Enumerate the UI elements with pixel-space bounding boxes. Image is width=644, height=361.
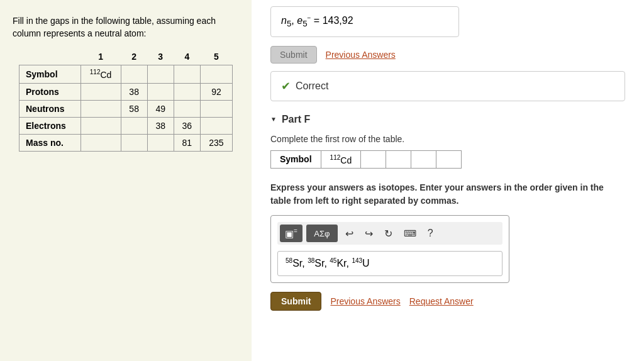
matrix-button[interactable]: ▣= <box>280 225 303 242</box>
symbol-table-container: Symbol 112Cd <box>270 150 625 169</box>
sigma-button[interactable]: ΑΣφ <box>306 225 338 242</box>
symbol-empty-3 <box>411 150 436 169</box>
part-f-title: Part F <box>282 114 310 125</box>
row-label-protons: Protons <box>19 83 81 100</box>
answer-input-display[interactable]: 58Sr, 38Sr, 45Kr, 143U <box>277 251 502 276</box>
answer-area: ▣= ΑΣφ ↩ ↪ ↻ ⌨ ? 58Sr, 38Sr, 45Kr, 143U <box>270 215 509 283</box>
correct-label: Correct <box>296 81 328 92</box>
cell-mass-2 <box>121 134 147 151</box>
part-f-section: ▼ Part F Complete the first row of the t… <box>270 114 625 311</box>
cell-neutrons-5 <box>200 100 232 117</box>
col-header-4: 4 <box>174 48 200 65</box>
cell-mass-5: 235 <box>200 134 232 151</box>
table-row: Protons 38 92 <box>19 83 233 100</box>
cell-symbol-5 <box>200 65 232 84</box>
answer-text: 58Sr, 38Sr, 45Kr, 143U <box>286 258 370 269</box>
help-button[interactable]: ? <box>424 226 437 241</box>
col-header-5: 5 <box>200 48 232 65</box>
cell-protons-3 <box>147 83 174 100</box>
table-row: Electrons 38 36 <box>19 117 233 134</box>
row-label-symbol: Symbol <box>19 65 81 84</box>
refresh-button[interactable]: ↻ <box>380 226 396 242</box>
row-label-electrons: Electrons <box>19 117 81 134</box>
row-label-mass: Mass no. <box>19 134 81 151</box>
table-row: Symbol 112Cd <box>19 65 233 84</box>
cell-electrons-3: 38 <box>147 117 174 134</box>
symbol-row: Symbol 112Cd <box>271 150 462 169</box>
symbol-header: Symbol <box>271 150 321 169</box>
cell-electrons-2 <box>121 117 147 134</box>
left-instruction: Fill in the gaps in the following table,… <box>13 15 239 40</box>
cell-protons-4 <box>174 83 200 100</box>
cell-symbol-2 <box>121 65 147 84</box>
equation-box: n5, e5− = 143,92 <box>270 6 459 37</box>
right-panel: n5, e5− = 143,92 Submit Previous Answers… <box>252 0 644 361</box>
atom-table: 1 2 3 4 5 Symbol 112Cd Protons 38 <box>19 48 233 152</box>
previous-answers-link-top[interactable]: Previous Answers <box>326 50 396 60</box>
left-panel: Fill in the gaps in the following table,… <box>0 0 252 361</box>
table-row: Mass no. 81 235 <box>19 134 233 151</box>
col-header-3: 3 <box>147 48 174 65</box>
symbol-empty-1 <box>361 150 386 169</box>
col-header-blank <box>19 48 81 65</box>
symbol-empty-2 <box>386 150 411 169</box>
symbol-display-table: Symbol 112Cd <box>270 150 462 169</box>
symbol-empty-4 <box>436 150 462 169</box>
cell-neutrons-2: 58 <box>121 100 147 117</box>
redo-button[interactable]: ↪ <box>361 226 377 242</box>
express-line2: table from left to right separated by co… <box>270 196 459 206</box>
submit-button-active[interactable]: Submit <box>270 292 321 311</box>
express-instruction: Express your answers as isotopes. Enter … <box>270 181 625 208</box>
table-row: Neutrons 58 49 <box>19 100 233 117</box>
cell-protons-2: 38 <box>121 83 147 100</box>
cell-electrons-1 <box>80 117 121 134</box>
submit-row-bottom: Submit Previous Answers Request Answer <box>270 292 625 311</box>
cell-electrons-4: 36 <box>174 117 200 134</box>
cell-symbol-3 <box>147 65 174 84</box>
submit-row-top: Submit Previous Answers <box>270 46 625 64</box>
cell-electrons-5 <box>200 117 232 134</box>
submit-button-disabled[interactable]: Submit <box>270 46 317 64</box>
keyboard-button[interactable]: ⌨ <box>400 226 420 240</box>
toolbar: ▣= ΑΣφ ↩ ↪ ↻ ⌨ ? <box>277 222 502 245</box>
symbol-cd-cell: 112Cd <box>321 150 361 169</box>
equation-text: n5, e5− = 143,92 <box>281 15 353 26</box>
cell-mass-4: 81 <box>174 134 200 151</box>
triangle-icon: ▼ <box>270 116 277 123</box>
cell-neutrons-3: 49 <box>147 100 174 117</box>
cell-protons-5: 92 <box>200 83 232 100</box>
row-label-neutrons: Neutrons <box>19 100 81 117</box>
cell-mass-3 <box>147 134 174 151</box>
col-header-1: 1 <box>80 48 121 65</box>
cell-mass-1 <box>80 134 121 151</box>
cell-neutrons-1 <box>80 100 121 117</box>
cell-symbol-1: 112Cd <box>80 65 121 84</box>
check-icon: ✔ <box>281 79 291 93</box>
col-header-2: 2 <box>121 48 147 65</box>
cell-neutrons-4 <box>174 100 200 117</box>
part-f-header: ▼ Part F <box>270 114 625 125</box>
undo-button[interactable]: ↩ <box>341 226 357 242</box>
correct-box: ✔ Correct <box>270 71 625 101</box>
matrix-icon: ▣= <box>285 228 297 240</box>
express-line1: Express your answers as isotopes. Enter … <box>270 182 604 192</box>
part-f-instruction: Complete the first row of the table. <box>270 134 625 144</box>
cell-symbol-4 <box>174 65 200 84</box>
previous-answers-link-bottom[interactable]: Previous Answers <box>330 296 400 306</box>
request-answer-link[interactable]: Request Answer <box>409 296 474 306</box>
cell-protons-1 <box>80 83 121 100</box>
